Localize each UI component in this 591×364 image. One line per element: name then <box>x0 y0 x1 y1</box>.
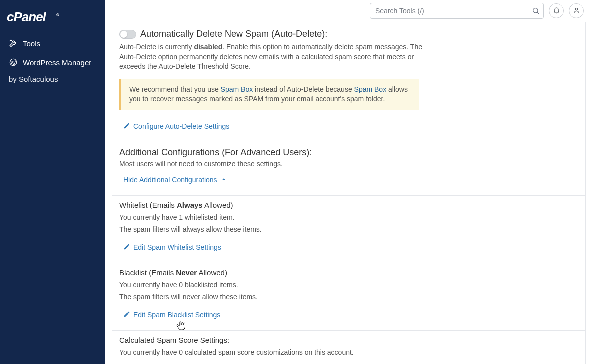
configure-auto-delete-link[interactable]: Configure Auto-Delete Settings <box>120 119 234 134</box>
link-label: Configure Auto-Delete Settings <box>134 122 230 130</box>
whitelist-count: You currently have 1 whitelisted item. <box>120 213 578 221</box>
text: Auto-Delete is currently <box>120 43 194 51</box>
user-icon <box>573 6 580 15</box>
pencil-icon <box>124 243 130 252</box>
text: Whitelist (Emails <box>120 201 177 209</box>
svg-text:R: R <box>57 14 58 16</box>
text: We recommend that you use <box>130 85 221 93</box>
section-additional-header: Additional Configurations (For Advanced … <box>112 142 586 195</box>
section-score: Calculated Spam Score Settings: You curr… <box>112 330 586 364</box>
chevron-up-icon <box>220 176 228 184</box>
sidebar-nav: Tools WordPress Manager by Softaculous <box>0 34 105 88</box>
sidebar-subline: by Softaculous <box>0 72 105 88</box>
section-blacklist: Blacklist (Emails Never Allowed) You cur… <box>112 263 586 330</box>
blacklist-desc: The spam filters will never allow these … <box>120 293 578 301</box>
notifications-button[interactable] <box>549 3 564 18</box>
content-scroll[interactable]: Automatically Delete New Spam (Auto-Dele… <box>105 22 591 364</box>
blacklist-count: You currently have 0 blacklisted items. <box>120 281 578 289</box>
blacklist-title: Blacklist (Emails Never Allowed) <box>120 268 578 277</box>
sidebar-item-label: Tools <box>23 39 40 48</box>
auto-delete-title: Automatically Delete New Spam (Auto-Dele… <box>140 29 328 39</box>
link-label: Edit Spam Blacklist Settings <box>134 311 220 319</box>
sidebar-item-wordpress-manager[interactable]: WordPress Manager <box>0 53 105 72</box>
sidebar-item-tools[interactable]: Tools <box>0 34 105 53</box>
svg-point-5 <box>576 8 578 10</box>
link-label: Edit Spam Whitelist Settings <box>134 243 222 251</box>
text: Allowed) <box>203 201 234 209</box>
section-auto-delete: Automatically Delete New Spam (Auto-Dele… <box>112 22 586 142</box>
search-wrap <box>370 3 544 19</box>
whitelist-desc: The spam filters will always allow these… <box>120 225 578 233</box>
hide-additional-config-toggle[interactable]: Hide Additional Configurations <box>120 173 232 187</box>
additional-title: Additional Configurations (For Advanced … <box>120 147 578 158</box>
wordpress-icon <box>9 58 18 67</box>
text-bold: disabled <box>194 43 222 51</box>
search-input[interactable] <box>370 3 544 19</box>
cpanel-logo[interactable]: cPanel R <box>0 6 105 34</box>
wrench-icon <box>9 39 18 48</box>
link-label: Hide Additional Configurations <box>124 176 218 184</box>
sidebar: cPanel R Tools WordPress Manag <box>0 0 105 364</box>
account-button[interactable] <box>569 3 584 18</box>
pencil-icon <box>124 311 130 319</box>
spam-box-link[interactable]: Spam Box <box>354 85 387 93</box>
text: Blacklist (Emails <box>120 268 176 277</box>
edit-blacklist-link[interactable]: Edit Spam Blacklist Settings <box>120 308 224 322</box>
auto-delete-toggle[interactable] <box>120 30 136 39</box>
svg-text:cPanel: cPanel <box>7 10 47 24</box>
section-whitelist: Whitelist (Emails Always Allowed) You cu… <box>112 195 586 263</box>
sidebar-item-label: WordPress Manager <box>23 58 92 67</box>
text-em: Never <box>176 268 197 277</box>
text: instead of Auto-Delete because <box>253 85 354 93</box>
svg-point-4 <box>534 8 538 13</box>
score-desc: You currently have 0 calculated spam sco… <box>120 348 578 356</box>
edit-whitelist-link[interactable]: Edit Spam Whitelist Settings <box>120 240 226 255</box>
text-em: Always <box>177 201 203 209</box>
main-area: Automatically Delete New Spam (Auto-Dele… <box>105 0 591 364</box>
search-icon <box>532 7 540 15</box>
additional-desc: Most users will not need to customize th… <box>120 160 578 168</box>
auto-delete-desc: Auto-Delete is currently disabled. Enabl… <box>120 42 430 72</box>
text: Allowed) <box>197 268 228 277</box>
spambox-recommendation-alert: We recommend that you use Spam Box inste… <box>120 79 420 110</box>
settings-panel: Automatically Delete New Spam (Auto-Dele… <box>112 22 586 364</box>
bell-icon <box>553 6 560 15</box>
whitelist-title: Whitelist (Emails Always Allowed) <box>120 201 578 209</box>
topbar <box>105 0 591 22</box>
spam-box-link[interactable]: Spam Box <box>221 85 254 93</box>
score-title: Calculated Spam Score Settings: <box>120 336 578 344</box>
pencil-icon <box>124 122 130 131</box>
